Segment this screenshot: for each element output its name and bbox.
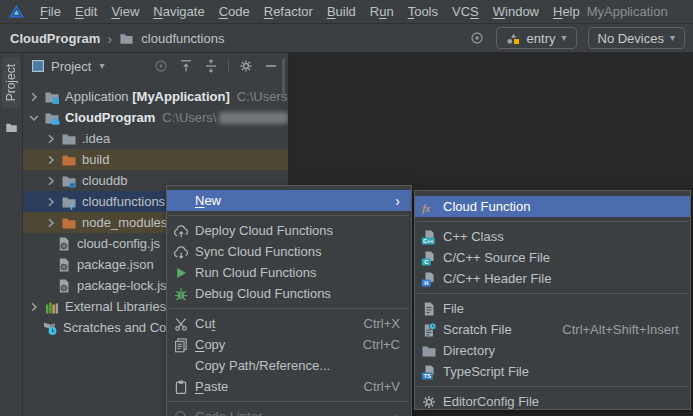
device-dropdown[interactable]: No Devices ▾ (588, 27, 686, 49)
menu-item-label: Directory (443, 343, 495, 358)
context-menu-item-paste[interactable]: PasteCtrl+V (167, 376, 411, 397)
tree-item-build[interactable]: build (22, 149, 288, 170)
collapse-all-icon[interactable] (178, 58, 194, 74)
submenu-item-file[interactable]: File (415, 298, 690, 319)
blank-icon (173, 193, 189, 209)
hide-panel-icon[interactable] (263, 58, 279, 74)
locate-icon[interactable] (469, 30, 485, 46)
submenu-item-typescript-file[interactable]: TSTypeScript File (415, 361, 690, 382)
submenu-item-c-class[interactable]: C++C++ Class (415, 226, 690, 247)
project-panel-title[interactable]: Project (51, 59, 91, 74)
menubar-item-file[interactable]: File (33, 2, 68, 21)
copy-icon (173, 337, 189, 353)
tree-item-application[interactable]: Application [MyApplication]C:\Users (22, 86, 288, 107)
editorconfig-icon (421, 394, 437, 410)
menubar-item-view[interactable]: View (104, 2, 146, 21)
gear-icon[interactable] (238, 58, 254, 74)
chevron-right-icon[interactable] (26, 299, 42, 315)
menubar-item-code[interactable]: Code (212, 2, 257, 21)
ts-file-icon: TS (421, 364, 437, 380)
menu-separator (417, 221, 688, 222)
context-menu-item-cut[interactable]: CutCtrl+X (167, 313, 411, 334)
run-config-dropdown[interactable]: entry ▾ (496, 27, 577, 49)
scrollbar-thumb[interactable] (282, 58, 285, 94)
c-source-icon: C (421, 250, 437, 266)
chevron-down-icon: ▾ (561, 33, 566, 43)
context-menu-item-run-cloud-functions[interactable]: Run Cloud Functions (167, 262, 411, 283)
linter-icon (173, 409, 189, 416)
submenu-item-directory[interactable]: Directory (415, 340, 690, 361)
menubar-item-run[interactable]: Run (363, 2, 401, 21)
context-menu-item-sync-cloud-functions[interactable]: Sync Cloud Functions (167, 241, 411, 262)
chevron-down-icon[interactable]: ▾ (99, 61, 104, 71)
cloud-folder-icon (44, 110, 60, 126)
menu-item-label: Sync Cloud Functions (195, 244, 321, 259)
cloud-download-icon (173, 244, 189, 260)
module-icon (506, 31, 521, 46)
menubar-item-refactor[interactable]: Refactor (257, 2, 320, 21)
tool-stripe-project-tab[interactable]: Project (2, 57, 20, 108)
menu-item-label: Cut (195, 316, 215, 331)
menubar-item-vcs[interactable]: VCS (445, 2, 486, 21)
svg-text:fx: fx (422, 201, 430, 213)
chevron-down-icon[interactable] (26, 110, 42, 126)
chevron-right-icon[interactable] (43, 152, 59, 168)
expand-collapse-icon[interactable] (203, 58, 219, 74)
navigation-toolbar: CloudProgram › cloudfunctions entry ▾ No… (0, 24, 693, 53)
locate-file-icon[interactable] (153, 58, 169, 74)
menu-item-label: Code Linter (195, 409, 262, 416)
chevron-right-icon[interactable] (43, 131, 59, 147)
cpp-class-icon: C++ (421, 229, 437, 245)
menu-item-label: C/C++ Header File (443, 271, 551, 286)
context-menu-item-debug-cloud-functions[interactable]: Debug Cloud Functions (167, 283, 411, 304)
excluded-folder-icon (61, 215, 77, 231)
context-menu-item-new[interactable]: New› (167, 190, 411, 211)
divider (228, 59, 229, 73)
menu-item-label: C++ Class (443, 229, 504, 244)
menubar-item-navigate[interactable]: Navigate (146, 2, 211, 21)
menu-item-shortcut: Ctrl+Alt+Shift+Insert (544, 322, 679, 337)
menubar-item-build[interactable]: Build (320, 2, 363, 21)
submenu-item-c-c-header-file[interactable]: HC/C++ Header File (415, 268, 690, 289)
cut-icon (173, 316, 189, 332)
submenu-item-scratch-file[interactable]: Scratch FileCtrl+Alt+Shift+Insert (415, 319, 690, 340)
chevron-right-icon[interactable] (43, 173, 59, 189)
chevron-right-icon[interactable] (43, 194, 59, 210)
menu-separator (169, 401, 409, 402)
menubar-items: FileEditViewNavigateCodeRefactorBuildRun… (33, 2, 587, 21)
db-folder-icon (61, 173, 77, 189)
submenu-item-cloud-function[interactable]: fxCloud Function (415, 196, 690, 217)
chevron-right-icon[interactable] (26, 89, 42, 105)
breadcrumb-folder[interactable]: cloudfunctions (141, 31, 224, 46)
config-file-icon (56, 257, 72, 273)
breadcrumb-project[interactable]: CloudProgram (10, 31, 100, 46)
breadcrumb: CloudProgram › cloudfunctions (0, 31, 224, 46)
menu-item-label: Run Cloud Functions (195, 265, 316, 280)
window-title: MyApplication (587, 4, 668, 19)
submenu-item-c-c-source-file[interactable]: CC/C++ Source File (415, 247, 690, 268)
tree-item-path: C:\Users (237, 89, 288, 104)
tree-item-cloudprogram[interactable]: CloudProgramC:\Users\ (22, 107, 288, 128)
tree-item-path: C:\Users\ (162, 110, 216, 125)
tree-item-idea[interactable]: .idea (22, 128, 288, 149)
tree-item-label: package.json (77, 257, 154, 272)
menubar-item-tools[interactable]: Tools (401, 2, 445, 21)
menu-bar: FileEditViewNavigateCodeRefactorBuildRun… (0, 0, 693, 24)
menubar-item-help[interactable]: Help (546, 2, 587, 21)
context-menu-item-deploy-cloud-functions[interactable]: Deploy Cloud Functions (167, 220, 411, 241)
menubar-item-window[interactable]: Window (486, 2, 546, 21)
tree-item-label: Application (65, 89, 129, 104)
submenu-item-editorconfig-file[interactable]: EditorConfig File (415, 391, 690, 412)
redacted-text (219, 112, 288, 124)
tree-item-label: External Libraries (65, 299, 166, 314)
context-menu-item-copy-path-reference[interactable]: Copy Path/Reference... (167, 355, 411, 376)
chevron-down-icon: ▾ (670, 33, 675, 43)
toolbar-right: entry ▾ No Devices ▾ (469, 27, 693, 49)
menu-item-label: TypeScript File (443, 364, 529, 379)
module-folder-icon (44, 89, 60, 105)
context-menu-item-copy[interactable]: CopyCtrl+C (167, 334, 411, 355)
menu-separator (417, 293, 688, 294)
svg-text:TS: TS (424, 373, 431, 379)
menubar-item-edit[interactable]: Edit (68, 2, 104, 21)
chevron-right-icon[interactable] (43, 215, 59, 231)
